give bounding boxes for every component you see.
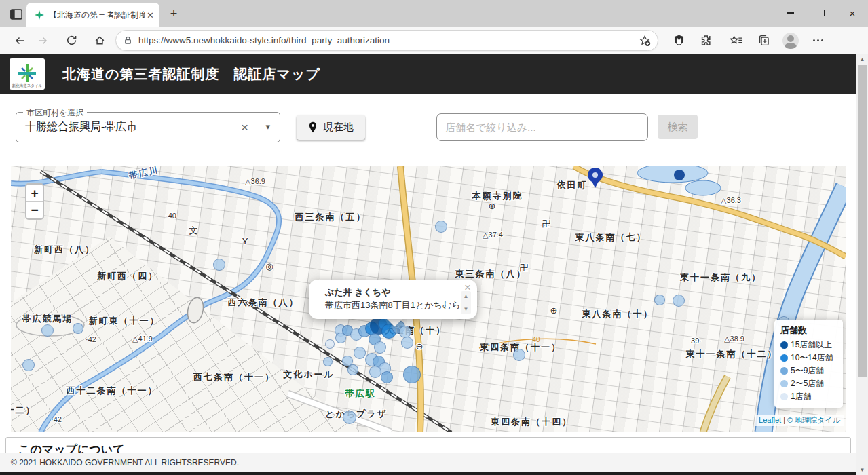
attribution-separator: | — [783, 416, 785, 424]
profile-avatar[interactable] — [777, 31, 804, 51]
site-footer: © 2021 HOKKAIDO GOVERNMENT ALL RIGHTSRES… — [0, 453, 856, 472]
popup-scroll-up-icon[interactable]: ▲ — [461, 293, 471, 299]
map-canvas[interactable]: 帯広川△36.9西三条南（五）依田町本願寺別院東八条南（七）△37.4△36.3… — [11, 166, 846, 432]
store-cluster-marker[interactable] — [347, 364, 358, 375]
legend-dot-icon — [780, 341, 788, 349]
legend-dot-icon — [780, 354, 788, 362]
map-label: 新町東（十一） — [89, 315, 160, 327]
home-button[interactable] — [88, 31, 111, 51]
map-label: ·40 — [166, 212, 176, 220]
map-label: △37.4 — [483, 231, 503, 240]
clear-selection-icon[interactable]: × — [241, 120, 248, 135]
store-cluster-marker[interactable] — [354, 347, 366, 359]
map-label: 十二） — [11, 404, 36, 417]
map-label: 東三条南（八） — [455, 268, 527, 280]
leaflet-link[interactable]: Leaflet — [759, 416, 781, 424]
popup-scrollbar[interactable]: ▲ ▼ — [461, 291, 471, 314]
scroll-up-icon[interactable]: ▲ — [856, 54, 868, 64]
tab-actions-icon[interactable] — [9, 7, 24, 21]
new-tab-button[interactable]: + — [166, 7, 181, 22]
scrollbar-thumb[interactable] — [858, 65, 867, 377]
store-cluster-marker[interactable] — [513, 349, 525, 361]
snowflake-logo-icon — [17, 63, 37, 83]
store-cluster-marker[interactable] — [343, 411, 356, 424]
browser-tab[interactable]: 【北海道の第三者認証制度 認証 ✕ — [26, 3, 159, 27]
browser-titlebar: 【北海道の第三者認証制度 認証 ✕ + × — [0, 0, 868, 27]
map-label: ·42 — [86, 335, 96, 343]
site-header: 新北海道スタイル 北海道の第三者認証制度 認証店マップ — [0, 54, 856, 94]
collections-icon[interactable] — [750, 31, 777, 51]
store-cluster-marker[interactable] — [41, 324, 54, 337]
legend-item: 1店舗 — [780, 390, 837, 403]
map-label: 卍 — [520, 262, 529, 274]
forward-button[interactable] — [31, 31, 54, 51]
map-label: ⊕ — [550, 305, 558, 316]
more-icon[interactable] — [804, 31, 831, 51]
current-location-label: 現在地 — [323, 121, 354, 134]
filter-controls: 市区町村を選択 十勝総合振興局-帯広市 × ▾ 現在地 検索 — [0, 94, 856, 166]
url-text[interactable]: https://www5.newhokkaido-style.info/thir… — [138, 35, 639, 45]
back-button[interactable] — [8, 31, 31, 51]
map-attribution: Leaflet | © 地理院タイル — [755, 415, 844, 426]
store-cluster-marker[interactable] — [673, 294, 685, 307]
tab-title: 【北海道の第三者認証制度 認証 — [49, 10, 145, 21]
lock-icon[interactable] — [123, 35, 133, 45]
store-cluster-marker[interactable] — [323, 357, 333, 366]
browser-toolbar: https://www5.newhokkaido-style.info/thir… — [0, 27, 868, 54]
refresh-button[interactable] — [60, 31, 83, 51]
map-label: 西三条南（五） — [295, 211, 366, 223]
zoom-in-button[interactable]: + — [26, 185, 43, 202]
gsi-tiles-link[interactable]: © 地理院タイル — [787, 416, 840, 424]
store-cluster-marker[interactable] — [369, 366, 381, 378]
page-title: 北海道の第三者認証制度 認証店マップ — [62, 65, 320, 83]
zoom-out-button[interactable]: − — [26, 202, 43, 218]
store-cluster-marker[interactable] — [73, 323, 83, 334]
store-cluster-marker[interactable] — [374, 341, 386, 354]
cluster-pin-icon[interactable] — [588, 168, 603, 183]
close-window-button[interactable]: × — [837, 0, 868, 26]
browser-window: 【北海道の第三者認証制度 認証 ✕ + × https://www5.newho… — [0, 0, 868, 475]
map-label: 帯広駅 — [345, 387, 376, 400]
legend-label: 15店舗以上 — [791, 339, 832, 352]
map-label: ◎ — [265, 261, 273, 271]
map-label: 39· — [691, 337, 702, 345]
minimize-button[interactable] — [774, 0, 806, 26]
store-name: ぶた丼 きくちや — [325, 286, 390, 299]
store-cluster-marker[interactable] — [401, 337, 413, 349]
chevron-down-icon[interactable]: ▾ — [265, 121, 270, 132]
popup-scroll-down-icon[interactable]: ▼ — [461, 306, 471, 312]
store-cluster-marker[interactable] — [22, 359, 35, 371]
scroll-down-icon[interactable]: ▼ — [856, 465, 868, 475]
legend-dot-icon — [780, 393, 788, 400]
legend-items: 15店舗以上10〜14店舗5〜9店舗2〜5店舗1店舗 — [780, 339, 837, 403]
current-location-button[interactable]: 現在地 — [297, 115, 365, 140]
municipality-select[interactable]: 市区町村を選択 十勝総合振興局-帯広市 × ▾ — [16, 112, 280, 142]
map-label: 東八条南（七） — [575, 231, 647, 244]
page-scrollbar[interactable]: ▲ ▼ — [856, 54, 868, 475]
extensions-puzzle-icon[interactable] — [692, 31, 719, 51]
favorites-icon[interactable] — [723, 31, 750, 51]
store-cluster-marker[interactable] — [381, 371, 393, 383]
map-zoom-control: + − — [25, 183, 44, 220]
store-cluster-marker[interactable] — [403, 366, 421, 383]
site-favicon-icon — [35, 10, 44, 20]
add-favorite-icon[interactable] — [639, 35, 651, 47]
maximize-button[interactable] — [806, 0, 837, 26]
store-cluster-marker[interactable] — [435, 221, 447, 233]
search-button[interactable]: 検索 — [658, 115, 698, 139]
store-cluster-marker[interactable] — [335, 332, 346, 343]
tab-close-icon[interactable]: ✕ — [147, 10, 154, 20]
address-bar[interactable]: https://www5.newhokkaido-style.info/thir… — [115, 30, 658, 51]
map-label: 東十一条南（十二） — [686, 348, 778, 360]
store-cluster-marker[interactable] — [213, 259, 225, 271]
footer-dark-strip — [0, 472, 856, 475]
extension-shield-icon[interactable] — [665, 31, 692, 51]
store-popup: ぶた丼 きくちや 帯広市西13条南8丁目1とかちむら内 × ▲ ▼ — [309, 280, 477, 319]
store-search-input[interactable] — [436, 113, 648, 141]
map-label: 文 — [189, 225, 198, 237]
map-label: 東十一条南（九） — [680, 271, 761, 284]
map-label: 帯広競馬場 — [22, 313, 73, 325]
store-cluster-marker[interactable] — [325, 339, 335, 349]
map-label: 西六条南（八） — [228, 297, 299, 309]
store-cluster-marker[interactable] — [654, 294, 665, 305]
